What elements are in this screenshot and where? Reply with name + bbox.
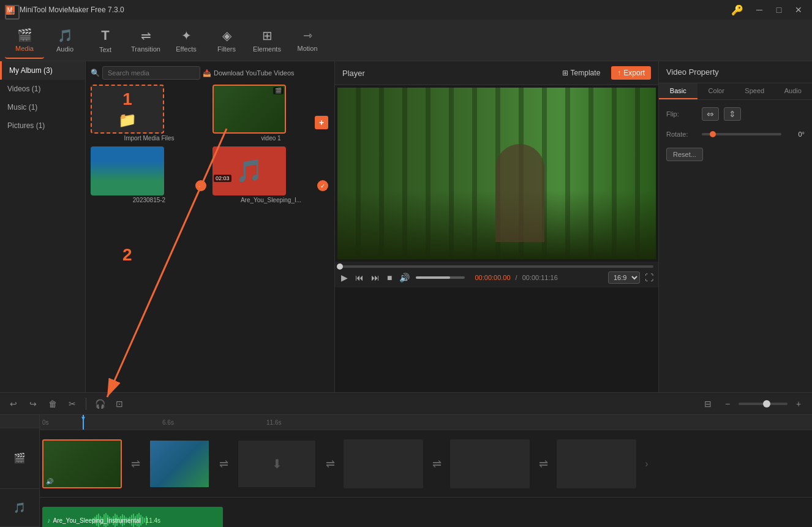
toolbar-audio[interactable]: 🎵 Audio (45, 22, 85, 59)
audio1-thumb[interactable]: 🎵 02:03 (212, 146, 286, 195)
import-media-item[interactable]: 1 📁 Import Media Files (91, 85, 208, 142)
flip-horizontal-button[interactable]: ⇔ (702, 107, 719, 121)
progress-thumb[interactable] (337, 264, 343, 270)
add-to-timeline-button[interactable]: + (315, 116, 328, 129)
import-box[interactable]: 1 📁 (91, 85, 164, 134)
export-button[interactable]: ↑ Export (611, 66, 651, 80)
undo-button[interactable]: ↩ (5, 396, 22, 412)
sidebar-item-videos[interactable]: Videos (1) (0, 80, 85, 98)
playhead[interactable] (83, 415, 84, 430)
toolbar-motion[interactable]: ⇾ Motion (288, 22, 327, 59)
zoom-slider[interactable] (739, 403, 788, 405)
media-label: Media (15, 45, 34, 52)
audio1-item[interactable]: 🎵 02:03 ✓ Are_You_Sleeping_I... (212, 146, 329, 203)
volume-slider[interactable] (416, 276, 465, 279)
video1-thumb[interactable]: 🎬 (212, 85, 286, 134)
toolbar-media[interactable]: 🎬 Media (5, 22, 44, 59)
toolbar-text[interactable]: T Text (86, 22, 125, 59)
property-panel-title: Video Property (659, 61, 812, 83)
video1-item[interactable]: 🎬 + video 1 (212, 85, 329, 142)
next-frame-button[interactable]: ⏭ (370, 271, 381, 284)
transition-arrow-4[interactable]: ⇌ (424, 439, 449, 488)
audio1-check: ✓ (317, 180, 328, 191)
media-icon: 🎬 (17, 28, 32, 42)
photo1-label: 20230815-2 (91, 197, 208, 203)
sidebar-item-pictures[interactable]: Pictures (1) (0, 116, 85, 135)
video-track-icon: 🎬 (13, 452, 26, 464)
forest-clip[interactable]: 🔊 (42, 439, 122, 488)
tab-audio[interactable]: Audio (774, 83, 813, 99)
transition-label: Transition (131, 45, 160, 53)
download-youtube-button[interactable]: 📥 Download YouTube Videos (203, 69, 295, 77)
redo-button[interactable]: ↪ (24, 396, 42, 412)
collapse-tracks-button[interactable]: ⊟ (699, 396, 716, 412)
stop-button[interactable]: ■ (386, 271, 393, 284)
empty-clip-4[interactable] (557, 439, 636, 488)
flip-vertical-button[interactable]: ⇕ (724, 107, 741, 121)
elements-icon: ⊞ (262, 28, 273, 43)
timeline-tracks: 0s 6.6s 11.6s 🔊 ⇌ ⇌ (40, 415, 812, 527)
video-track: 🔊 ⇌ ⇌ ⬇ ⇌ ⇌ (40, 430, 812, 498)
audio-clip[interactable]: ♪ Are_You_Sleeping_Instrumental 11.4s (42, 507, 223, 528)
crop-button[interactable]: ⊡ (111, 396, 128, 412)
delete-button[interactable]: 🗑 (44, 396, 61, 412)
audio-track-label: 🎵 (0, 489, 39, 527)
toolbar-transition[interactable]: ⇌ Transition (126, 22, 165, 59)
toolbar-elements[interactable]: ⊞ Elements (247, 22, 287, 59)
audio1-label: Are_You_Sleeping_I... (212, 197, 329, 203)
property-tabs: Basic Color Speed Audio (659, 83, 812, 100)
maximize-button[interactable]: □ (770, 4, 788, 16)
search-icon: 🔍 (91, 69, 100, 77)
fullscreen-button[interactable]: ⛶ (645, 273, 653, 282)
empty-clip-2[interactable] (344, 439, 423, 488)
zoom-out-button[interactable]: − (719, 396, 736, 412)
filters-icon: ◈ (222, 28, 231, 43)
transition-arrow-3[interactable]: ⇌ (318, 439, 342, 488)
key-icon[interactable]: 🔑 (731, 4, 743, 16)
photo1-thumb[interactable] (91, 146, 164, 195)
minimize-button[interactable]: ─ (751, 4, 768, 16)
transition-icon: ⇌ (141, 28, 151, 43)
play-button[interactable]: ▶ (340, 271, 349, 284)
photo1-preview (91, 146, 164, 195)
audio-detach-button[interactable]: 🎧 (91, 396, 108, 412)
effects-label: Effects (176, 45, 196, 53)
cut-button[interactable]: ✂ (64, 396, 81, 412)
toolbar-filters[interactable]: ◈ Filters (207, 22, 246, 59)
volume-button[interactable]: 🔊 (398, 271, 411, 284)
beach-clip[interactable] (149, 439, 210, 488)
empty-clip-1[interactable]: ⬇ (237, 439, 317, 488)
music-icon: 🎵 (236, 158, 263, 184)
transition-arrow-5[interactable]: ⇌ (531, 439, 555, 488)
zoom-controls: ⊟ − + (699, 396, 807, 412)
flip-label: Flip: (666, 110, 697, 118)
rotate-slider[interactable] (702, 133, 781, 135)
export-label: Export (623, 69, 645, 77)
transition-arrow-2[interactable]: ⇌ (211, 439, 236, 488)
toolbar-effects[interactable]: ✦ Effects (167, 22, 206, 59)
motion-label: Motion (297, 45, 317, 52)
template-button[interactable]: ⊞ Template (556, 66, 607, 80)
zoom-in-button[interactable]: + (790, 396, 807, 412)
tab-color[interactable]: Color (697, 83, 736, 99)
transition-arrow-1[interactable]: ⇌ (123, 439, 148, 488)
photo1-item[interactable]: ✓ 20230815-2 (91, 146, 208, 203)
video-badge: 🎬 (273, 87, 284, 94)
add-clip-button[interactable]: › (637, 439, 656, 488)
beach-clip-preview (150, 441, 209, 487)
prev-frame-button[interactable]: ⏮ (354, 271, 365, 284)
aspect-ratio-select[interactable]: 16:9 4:3 1:1 9:16 (608, 271, 640, 284)
sidebar-item-my-album[interactable]: My Album (3) (0, 61, 85, 80)
audio-track-icon: 🎵 (13, 502, 26, 514)
tab-speed[interactable]: Speed (735, 83, 774, 99)
tab-basic[interactable]: Basic (659, 83, 697, 99)
search-input[interactable] (102, 66, 200, 80)
close-button[interactable]: ✕ (790, 4, 807, 16)
time-mark-0: 0s (42, 419, 49, 426)
reset-button[interactable]: Reset... (666, 148, 703, 161)
rotate-handle (710, 131, 716, 137)
sidebar-item-music[interactable]: Music (1) (0, 98, 85, 116)
progress-bar[interactable] (340, 265, 653, 268)
player-panel: Player ⊞ Template ↑ Export (334, 61, 659, 392)
empty-clip-3[interactable] (450, 439, 530, 488)
